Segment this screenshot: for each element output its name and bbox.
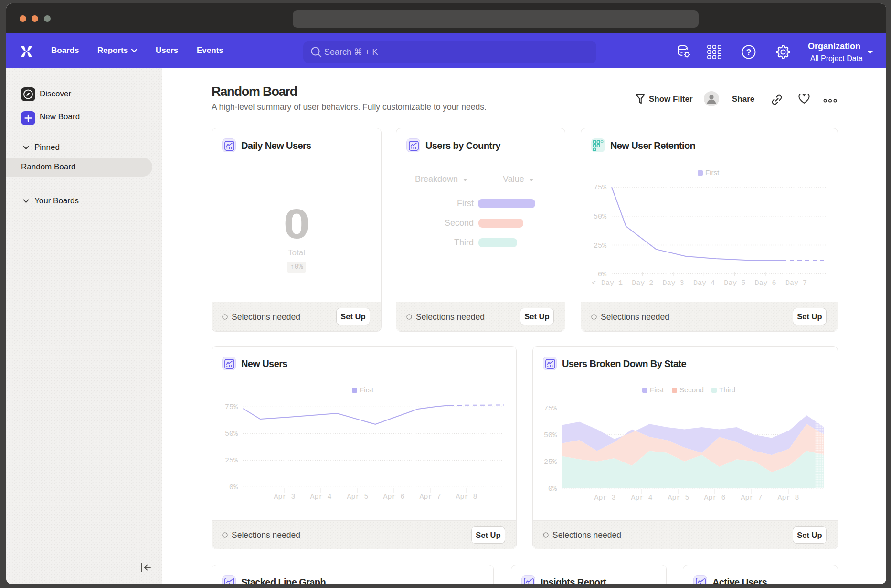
svg-text:Apr 8: Apr 8 — [456, 493, 477, 501]
svg-text:Apr 8: Apr 8 — [777, 494, 799, 502]
svg-text:25%: 25% — [225, 457, 238, 465]
svg-text:?: ? — [746, 48, 752, 57]
svg-text:0%: 0% — [598, 271, 607, 279]
svg-text:50%: 50% — [594, 213, 607, 221]
svg-text:0%: 0% — [229, 483, 238, 492]
svg-text:Apr 5: Apr 5 — [668, 494, 689, 502]
svg-text:First: First — [360, 386, 374, 394]
svg-text:Apr 3: Apr 3 — [594, 494, 615, 502]
svg-text:<: < — [592, 279, 596, 287]
svg-text:Day 4: Day 4 — [693, 279, 715, 287]
svg-text:Day 1: Day 1 — [601, 279, 623, 287]
svg-text:50%: 50% — [225, 430, 238, 438]
svg-text:Day 7: Day 7 — [785, 279, 807, 287]
svg-text:First: First — [650, 386, 664, 394]
svg-text:75%: 75% — [225, 403, 238, 411]
svg-text:Day 3: Day 3 — [662, 279, 684, 287]
svg-text:Apr 5: Apr 5 — [347, 493, 368, 501]
svg-text:Second: Second — [679, 386, 704, 394]
svg-text:Apr 3: Apr 3 — [274, 493, 295, 501]
svg-text:Day 5: Day 5 — [724, 279, 745, 287]
svg-text:Apr 6: Apr 6 — [383, 493, 404, 501]
svg-text:75%: 75% — [544, 405, 557, 413]
svg-text:0%: 0% — [548, 485, 557, 493]
svg-text:50%: 50% — [544, 431, 557, 440]
svg-text:Day 2: Day 2 — [632, 279, 653, 287]
svg-text:25%: 25% — [544, 458, 557, 466]
svg-text:Apr 7: Apr 7 — [419, 493, 441, 501]
svg-text:Apr 6: Apr 6 — [704, 494, 725, 502]
svg-text:25%: 25% — [594, 242, 607, 250]
svg-text:Third: Third — [719, 386, 735, 394]
svg-text:Apr 4: Apr 4 — [310, 493, 331, 501]
svg-text:75%: 75% — [594, 184, 607, 192]
svg-text:Apr 4: Apr 4 — [631, 494, 652, 502]
svg-text:Apr 7: Apr 7 — [741, 494, 762, 502]
svg-text:First: First — [705, 168, 720, 177]
svg-text:Day 6: Day 6 — [754, 279, 776, 287]
